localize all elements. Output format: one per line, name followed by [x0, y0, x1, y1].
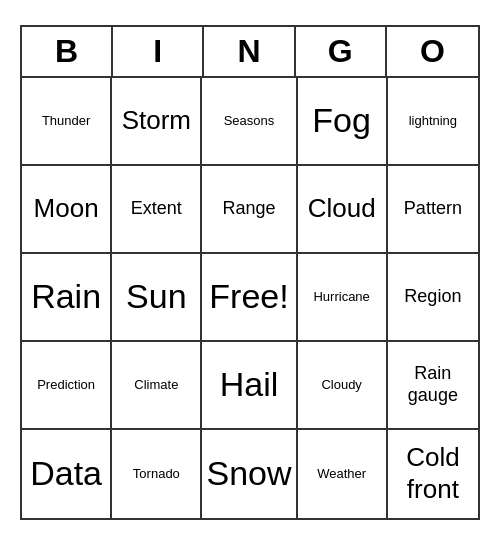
cell-text: Tornado	[133, 466, 180, 482]
cell-text: Sun	[126, 276, 187, 317]
bingo-cell: lightning	[388, 78, 478, 166]
bingo-header-letter: B	[22, 27, 113, 76]
cell-text: Hurricane	[313, 289, 369, 305]
bingo-cell: Cloudy	[298, 342, 388, 430]
bingo-cell: Free!	[202, 254, 297, 342]
bingo-card: BINGO ThunderStormSeasonsFoglightningMoo…	[20, 25, 480, 520]
bingo-cell: Prediction	[22, 342, 112, 430]
cell-text: Thunder	[42, 113, 90, 129]
bingo-cell: Hail	[202, 342, 297, 430]
bingo-cell: Tornado	[112, 430, 202, 518]
bingo-cell: Sun	[112, 254, 202, 342]
bingo-cell: Data	[22, 430, 112, 518]
cell-text: Data	[30, 453, 102, 494]
bingo-cell: Range	[202, 166, 297, 254]
bingo-cell: Seasons	[202, 78, 297, 166]
cell-text: Region	[404, 286, 461, 308]
cell-text: Climate	[134, 377, 178, 393]
cell-text: Weather	[317, 466, 366, 482]
cell-text: Rain	[31, 276, 101, 317]
bingo-cell: Fog	[298, 78, 388, 166]
bingo-header-letter: O	[387, 27, 478, 76]
bingo-cell: Rain	[22, 254, 112, 342]
bingo-cell: Storm	[112, 78, 202, 166]
bingo-cell: Pattern	[388, 166, 478, 254]
cell-text: Cloudy	[321, 377, 361, 393]
cell-text: Snow	[206, 453, 291, 494]
bingo-cell: Cloud	[298, 166, 388, 254]
bingo-cell: Thunder	[22, 78, 112, 166]
cell-text: Pattern	[404, 198, 462, 220]
cell-text: Fog	[312, 100, 371, 141]
cell-text: Prediction	[37, 377, 95, 393]
cell-text: Moon	[34, 193, 99, 224]
bingo-grid: ThunderStormSeasonsFoglightningMoonExten…	[22, 78, 478, 518]
bingo-header-letter: N	[204, 27, 295, 76]
bingo-cell: Moon	[22, 166, 112, 254]
bingo-header-letter: I	[113, 27, 204, 76]
cell-text: Cloud	[308, 193, 376, 224]
cell-text: Raingauge	[408, 363, 458, 406]
bingo-cell: Hurricane	[298, 254, 388, 342]
cell-text: lightning	[409, 113, 457, 129]
bingo-cell: Region	[388, 254, 478, 342]
bingo-cell: Weather	[298, 430, 388, 518]
cell-text: Free!	[209, 276, 288, 317]
cell-text: Extent	[131, 198, 182, 220]
bingo-header-letter: G	[296, 27, 387, 76]
cell-text: Range	[222, 198, 275, 220]
bingo-cell: Climate	[112, 342, 202, 430]
bingo-cell: Extent	[112, 166, 202, 254]
bingo-header: BINGO	[22, 27, 478, 78]
cell-text: Hail	[220, 364, 279, 405]
cell-text: Seasons	[224, 113, 275, 129]
cell-text: Storm	[122, 105, 191, 136]
cell-text: Coldfront	[406, 442, 459, 504]
bingo-cell: Snow	[202, 430, 297, 518]
bingo-cell: Coldfront	[388, 430, 478, 518]
bingo-cell: Raingauge	[388, 342, 478, 430]
